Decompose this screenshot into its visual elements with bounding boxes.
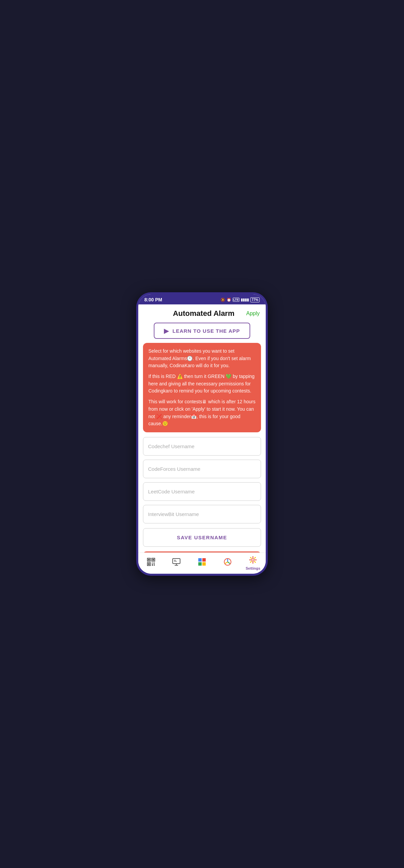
svg-rect-17 bbox=[198, 562, 202, 566]
lte-icon: LTE bbox=[233, 298, 239, 302]
signal-icon: ▮▮▮▮ bbox=[241, 298, 249, 302]
svg-rect-9 bbox=[154, 564, 155, 566]
phone-screen: 8:00 PM 🔕 ⏰ LTE ▮▮▮▮ 77% Automated Alarm… bbox=[138, 294, 266, 574]
qr-icon bbox=[147, 558, 155, 568]
app-title: Automated Alarm bbox=[161, 309, 246, 318]
svg-rect-15 bbox=[198, 558, 202, 562]
svg-rect-5 bbox=[148, 563, 150, 565]
nav-label-settings: Settings bbox=[246, 566, 260, 570]
nav-item-monitor[interactable] bbox=[168, 558, 185, 568]
svg-line-28 bbox=[254, 561, 256, 563]
learn-button[interactable]: ▶ LEARN TO USE THE APP bbox=[154, 323, 250, 339]
svg-line-22 bbox=[225, 562, 228, 564]
phone-frame: 8:00 PM 🔕 ⏰ LTE ▮▮▮▮ 77% Automated Alarm… bbox=[136, 292, 268, 576]
svg-line-30 bbox=[250, 561, 252, 563]
nav-item-settings[interactable]: Settings bbox=[244, 555, 261, 570]
alarm-icon: ⏰ bbox=[227, 298, 231, 302]
play-icon: ▶ bbox=[164, 327, 169, 335]
mute-icon: 🔕 bbox=[221, 298, 225, 302]
apply-button[interactable]: Apply bbox=[246, 310, 260, 317]
nav-item-chart[interactable] bbox=[219, 558, 236, 568]
svg-rect-8 bbox=[152, 564, 153, 566]
interviewbit-username-input[interactable] bbox=[143, 505, 261, 523]
svg-rect-3 bbox=[152, 559, 154, 561]
svg-rect-6 bbox=[152, 563, 153, 564]
save-username-button[interactable]: SAVE USERNAME bbox=[143, 528, 261, 547]
status-bar: 8:00 PM 🔕 ⏰ LTE ▮▮▮▮ 77% bbox=[138, 294, 266, 304]
bottom-nav: Settings bbox=[138, 552, 266, 574]
info-box[interactable]: Select for which websites you want to se… bbox=[143, 343, 261, 432]
chart-icon bbox=[223, 558, 232, 568]
nav-item-qr[interactable] bbox=[143, 558, 160, 568]
leetcode-username-input[interactable] bbox=[143, 482, 261, 501]
svg-rect-18 bbox=[202, 562, 206, 566]
codeforces-username-input[interactable] bbox=[143, 460, 261, 478]
grid-icon bbox=[198, 558, 206, 568]
app-content: Automated Alarm Apply ▶ LEARN TO USE THE… bbox=[138, 304, 266, 552]
svg-line-29 bbox=[254, 557, 256, 559]
svg-rect-7 bbox=[153, 563, 155, 564]
nav-item-grid[interactable] bbox=[194, 558, 210, 568]
info-paragraph-3: This will work for contests🖥 which is af… bbox=[148, 398, 256, 428]
codechef-username-input[interactable] bbox=[143, 437, 261, 456]
status-icons: 🔕 ⏰ LTE ▮▮▮▮ 77% bbox=[221, 297, 260, 302]
app-header: Automated Alarm Apply bbox=[138, 304, 266, 321]
status-time: 8:00 PM bbox=[144, 297, 162, 302]
info-paragraph-2: If this is RED ⚠️ then turn it GREEN 💚 b… bbox=[148, 373, 256, 395]
info-paragraph-1: Select for which websites you want to se… bbox=[148, 348, 256, 370]
svg-line-21 bbox=[228, 562, 230, 564]
svg-line-27 bbox=[250, 557, 252, 559]
settings-icon bbox=[249, 555, 257, 566]
learn-btn-wrap: ▶ LEARN TO USE THE APP bbox=[138, 321, 266, 343]
form-section bbox=[138, 437, 266, 523]
learn-btn-label: LEARN TO USE THE APP bbox=[172, 328, 240, 334]
monitor-icon bbox=[172, 558, 181, 568]
svg-point-31 bbox=[252, 559, 254, 561]
battery-icon: 77% bbox=[250, 297, 260, 302]
svg-rect-16 bbox=[202, 558, 206, 562]
svg-rect-1 bbox=[148, 559, 150, 561]
